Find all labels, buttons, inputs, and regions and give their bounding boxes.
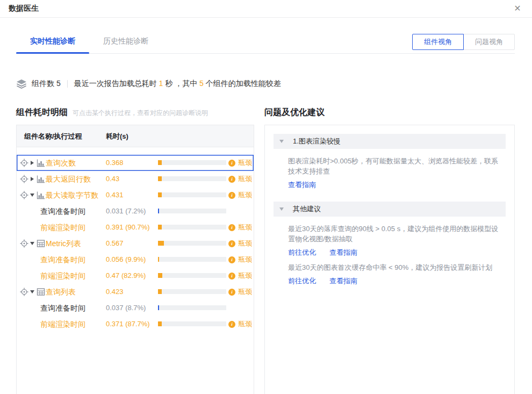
table-row[interactable]: 查询列表 0.423 i 瓶颈 [17, 284, 254, 300]
table-row[interactable]: 查询准备时间 0.037 (8.7%) i [17, 300, 254, 316]
row-time: 0.391 (90.7%) [106, 219, 150, 235]
bottleneck-badge[interactable]: i 瓶颈 [228, 235, 252, 252]
bottleneck-label: 瓶颈 [238, 255, 252, 264]
collapse-caret-icon[interactable] [30, 192, 35, 198]
summary-bar: 组件数 5 最近一次报告加载总耗时 1 秒 ，其中 5 个组件的加载性能较差 [16, 78, 516, 89]
row-time: 0.056 (9.9%) [106, 252, 146, 268]
row-time: 0.567 [106, 235, 124, 252]
table-row[interactable]: 最大读取字节数 0.431 i 瓶颈 [17, 187, 254, 203]
row-duration-bar [158, 289, 226, 294]
suggestion-links: 前往优化查看指南 [288, 276, 500, 286]
table-row[interactable]: 最大返回行数 0.43 i 瓶颈 [17, 171, 254, 187]
summary-segment: 秒 ，其中 [163, 79, 199, 88]
table-component-icon [37, 239, 45, 248]
info-icon: i [228, 289, 235, 296]
bottleneck-badge[interactable]: i 瓶颈 [228, 155, 252, 171]
locate-target-icon[interactable] [20, 159, 28, 167]
view-guide-link[interactable]: 查看指南 [288, 180, 316, 190]
locate-target-icon[interactable] [20, 191, 28, 199]
summary-highlight-number: 5 [199, 79, 204, 88]
locate-target-icon[interactable] [20, 239, 28, 248]
table-row[interactable]: 查询准备时间 0.056 (9.9%) i 瓶颈 [17, 252, 254, 268]
row-duration-bar [158, 176, 226, 181]
go-optimize-link[interactable]: 前往优化 [288, 248, 316, 257]
section-header[interactable]: 1.图表渲染较慢 [274, 134, 506, 149]
suggestions-box: 1.图表渲染较慢 图表渲染耗时>0.005秒，有可能数据量太大、浏览器性能较差，… [264, 125, 515, 394]
section-title: 其他建议 [293, 204, 321, 214]
row-time: 0.431 [106, 187, 124, 203]
chevron-down-icon [279, 140, 284, 143]
view-guide-link[interactable]: 查看指南 [329, 276, 357, 286]
row-time: 0.037 (8.7%) [106, 300, 146, 316]
bottleneck-badge[interactable]: i 瓶颈 [228, 171, 252, 187]
main-columns: 组件耗时明细 可点击某个执行过程，查看对应的问题诊断说明 组件名称/执行过程 耗… [16, 107, 515, 394]
problem-view-button[interactable]: 问题视角 [463, 34, 515, 50]
row-name[interactable]: 前端渲染时间 [40, 316, 85, 332]
bottleneck-label: 瓶颈 [238, 319, 252, 329]
row-duration-bar [158, 241, 226, 246]
tab-history-diagnosis[interactable]: 历史性能诊断 [89, 32, 162, 53]
close-icon[interactable]: ✕ [513, 4, 522, 13]
right-panel-title: 问题及优化建议 [264, 107, 515, 119]
component-view-button[interactable]: 组件视角 [412, 34, 464, 50]
table-row[interactable]: 查询准备时间 0.031 (7.2%) i [17, 203, 254, 219]
chart-component-icon [37, 175, 45, 183]
locate-target-icon[interactable] [20, 288, 28, 296]
bottleneck-badge[interactable]: i 瓶颈 [228, 268, 252, 284]
collapse-caret-icon[interactable] [30, 241, 35, 246]
bottleneck-badge[interactable]: i 瓶颈 [228, 252, 252, 268]
summary-text: 最近一次报告加载总耗时 1 秒 ，其中 5 个组件的加载性能较差 [74, 79, 281, 89]
row-name[interactable]: 前端渲染时间 [40, 219, 85, 235]
row-name[interactable]: 最大返回行数 [46, 171, 91, 187]
suggestion-links: 查看指南 [288, 180, 500, 190]
column-header-time: 耗时(s) [106, 125, 128, 147]
dialog-titlebar: 数据医生 ✕ [0, 0, 532, 18]
row-time: 0.371 (87.7%) [106, 316, 150, 332]
row-name[interactable]: 前端渲染时间 [40, 268, 85, 284]
table-row[interactable]: 前端渲染时间 0.391 (90.7%) i 瓶颈 [17, 219, 254, 235]
row-name[interactable]: Metric列表 [46, 235, 81, 252]
row-name[interactable]: 最大读取字节数 [46, 187, 98, 203]
bottleneck-badge[interactable]: i 瓶颈 [228, 284, 252, 300]
summary-segment: 最近一次报告加载总耗时 [74, 79, 159, 88]
row-name[interactable]: 查询次数 [46, 155, 76, 171]
table-body: 查询次数 0.368 i 瓶颈 最大返回行数 0.43 [17, 147, 254, 332]
row-duration-bar [158, 257, 226, 262]
suggestion-item: 最近30天的落库查询的90线 > 0.05 s，建议为组件使用的数据模型设置物化… [288, 224, 500, 257]
info-icon: i [228, 224, 235, 231]
collapse-caret-icon[interactable] [30, 289, 35, 295]
row-duration-bar [158, 321, 226, 326]
bottleneck-badge[interactable]: i 瓶颈 [228, 316, 252, 332]
info-icon: i [228, 192, 235, 199]
row-name[interactable]: 查询列表 [46, 284, 76, 300]
table-row[interactable]: 前端渲染时间 0.371 (87.7%) i 瓶颈 [17, 316, 254, 332]
view-guide-link[interactable]: 查看指南 [329, 248, 357, 257]
table-row[interactable]: 前端渲染时间 0.47 (82.9%) i 瓶颈 [17, 268, 254, 284]
info-icon: i [228, 160, 235, 167]
bottleneck-label: 瓶颈 [238, 174, 252, 184]
row-name[interactable]: 查询准备时间 [40, 252, 85, 268]
tab-realtime-diagnosis[interactable]: 实时性能诊断 [16, 32, 89, 53]
chevron-down-icon [279, 207, 284, 211]
suggestion-text: 最近30天的落库查询的90线 > 0.05 s，建议为组件使用的数据模型设置物化… [288, 224, 500, 244]
row-duration-bar [158, 192, 226, 197]
table-row[interactable]: Metric列表 0.567 i 瓶颈 [17, 235, 254, 252]
timing-table: 组件名称/执行过程 耗时(s) 查询次数 0.368 i 瓶颈 [16, 125, 254, 394]
expand-caret-icon[interactable] [30, 176, 35, 182]
left-panel-hint: 可点击某个执行过程，查看对应的问题诊断说明 [73, 109, 208, 118]
chart-component-icon [37, 159, 45, 167]
bottleneck-label: 瓶颈 [238, 223, 252, 232]
row-name[interactable]: 查询准备时间 [40, 300, 85, 316]
info-icon: i [228, 256, 235, 263]
section-header[interactable]: 其他建议 [274, 202, 506, 217]
summary-divider [67, 80, 68, 88]
row-name[interactable]: 查询准备时间 [40, 203, 85, 219]
go-optimize-link[interactable]: 前往优化 [288, 276, 316, 286]
bottleneck-badge[interactable]: i 瓶颈 [228, 187, 252, 203]
table-row[interactable]: 查询次数 0.368 i 瓶颈 [17, 155, 254, 171]
expand-caret-icon[interactable] [30, 160, 35, 166]
left-panel-title: 组件耗时明细 [16, 107, 68, 118]
bottleneck-badge[interactable]: i 瓶颈 [228, 219, 252, 235]
locate-target-icon[interactable] [20, 175, 28, 183]
view-toggle-group: 组件视角 问题视角 [412, 34, 515, 50]
